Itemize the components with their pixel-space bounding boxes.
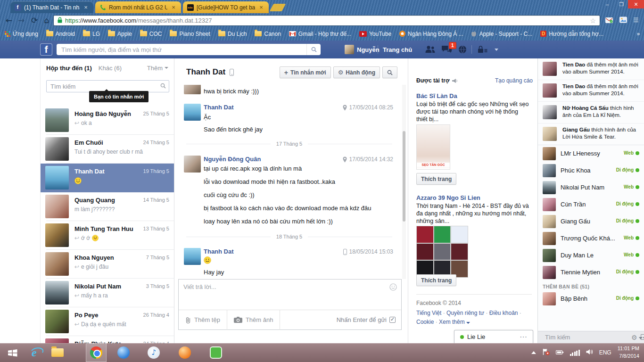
bookmark-apple[interactable]: Apple xyxy=(108,31,132,37)
like-page-button[interactable]: Thích trang xyxy=(416,173,456,185)
search-icon[interactable] xyxy=(160,82,166,90)
scrollbar-thumb[interactable] xyxy=(403,131,405,222)
footer-link[interactable]: Cookie xyxy=(416,319,439,325)
inbox-more-button[interactable]: Thêm xyxy=(147,65,168,72)
chat-friend-row[interactable]: LMr LHenessy Web xyxy=(538,145,644,162)
ticker-name[interactable]: Tien Dao xyxy=(562,62,585,67)
footer-link[interactable]: Xem thêm xyxy=(439,319,465,325)
chat-friend-row[interactable]: Duy Man Le Web xyxy=(538,247,644,264)
facebook-logo[interactable] xyxy=(40,43,52,56)
bookmark-star-icon[interactable] xyxy=(590,17,596,25)
tray-expand-icon[interactable] xyxy=(531,351,536,354)
scrollbar[interactable] xyxy=(402,85,406,279)
browser-tab-xda[interactable]: [Guide]HOW TO get back xyxy=(183,1,269,13)
conversation-row[interactable]: Khoa Nguyen 7 Tháng 5 e giỏi j đâu xyxy=(41,250,174,279)
back-button[interactable] xyxy=(4,15,14,26)
browser-tab-rom[interactable]: Rom mới nhất LG G2 Upd xyxy=(95,1,181,13)
ticker-name[interactable]: Tien Dao xyxy=(562,83,585,89)
browser-tab-facebook[interactable]: (1) Thanh Dat - Tin nhắn xyxy=(10,1,93,13)
emoticon-picker-icon[interactable] xyxy=(389,283,397,293)
taskbar-explorer-icon[interactable] xyxy=(48,343,67,362)
chat-friend-row[interactable]: Bập Bênh Di động xyxy=(538,290,644,307)
tab-close-icon[interactable] xyxy=(83,4,89,11)
bookmarks-overflow-icon[interactable] xyxy=(636,30,640,37)
conversation-row[interactable]: Po Peye 26 Tháng 4 Dạ dạ e quên mất xyxy=(41,307,174,336)
conversation-row[interactable]: Em Chuối 24 Tháng 5 Tui t đi ahoy beer c… xyxy=(41,135,174,164)
tab-other[interactable]: Khác (6) xyxy=(99,65,122,72)
network-flag-icon[interactable] xyxy=(542,348,550,357)
ticker-item[interactable]: Tien Dao đã thêm một ảnh mới vào album S… xyxy=(538,80,644,102)
chat-search-button[interactable] xyxy=(382,66,397,78)
ticker-item[interactable]: Tien Dao đã thêm một ảnh mới vào album S… xyxy=(538,58,644,80)
friend-requests-icon[interactable] xyxy=(425,45,436,53)
conversation-row[interactable]: Quang Quang 14 Tháng 5 m làm j??????? xyxy=(41,192,174,221)
taskbar-green-app-icon[interactable] xyxy=(206,343,225,362)
start-button[interactable] xyxy=(0,343,25,362)
taskbar-blue-app-icon[interactable] xyxy=(114,343,133,362)
create-ad-link[interactable]: Tạo quảng cáo xyxy=(495,77,533,84)
new-tab-button[interactable] xyxy=(270,4,286,11)
chat-friend-row[interactable]: Nikolai Put Nam Web xyxy=(538,179,644,196)
privacy-shortcuts-icon[interactable] xyxy=(478,45,488,53)
clock[interactable]: 11:01 PM 7/8/2014 xyxy=(618,345,639,360)
chat-friend-row[interactable]: Giang Gấu Di động xyxy=(538,213,644,230)
conversation-row[interactable]: Minh Tung Tran Huu 13 Tháng 5 ớ ớ xyxy=(41,221,174,250)
chat-friend-row[interactable]: Phúc Khoa Di động xyxy=(538,162,644,179)
ellipsis-icon[interactable] xyxy=(520,332,527,341)
attach-file-button[interactable]: Thêm tệp xyxy=(179,310,227,330)
home-link[interactable]: Trang chủ xyxy=(383,46,412,53)
enter-to-send-toggle[interactable]: Nhấn Enter để gửi xyxy=(337,316,401,323)
battery-icon[interactable] xyxy=(556,348,564,357)
notifications-globe-icon[interactable] xyxy=(458,45,467,54)
taskbar-itunes-icon[interactable]: ♪ xyxy=(144,343,163,362)
language-indicator[interactable]: ENG xyxy=(599,349,611,356)
ad-product-grid[interactable] xyxy=(416,226,468,278)
ticker-name[interactable]: Giang Gấu xyxy=(562,127,590,132)
checkbox-checked-icon[interactable] xyxy=(389,317,396,323)
ad-image[interactable]: SẸO TÂN GỐC xyxy=(416,124,450,170)
ticker-item[interactable]: Nữ Hoàng Cá Sấu thích hình ảnh của Em Là… xyxy=(538,102,644,123)
reload-button[interactable] xyxy=(29,15,40,26)
taskbar-ie-icon[interactable]: e xyxy=(27,343,46,362)
footer-link[interactable]: Điều khoản xyxy=(489,310,521,316)
chat-options-gear-icon[interactable] xyxy=(631,333,637,342)
address-bar[interactable]: https ://www.facebook.com /messages/than… xyxy=(53,15,600,26)
message-sender-link[interactable]: Thanh Dat xyxy=(204,104,234,111)
tab-close-icon[interactable] xyxy=(170,4,177,11)
ad-title-link[interactable]: Azzaro 39 Ngo Si Lien xyxy=(416,194,480,201)
photos-extension-icon[interactable] xyxy=(619,16,627,25)
actions-button[interactable]: Hành động xyxy=(333,66,380,78)
tab-close-icon[interactable] xyxy=(258,4,264,11)
bookmark-apps[interactable]: Ứng dụng xyxy=(5,31,38,37)
bookmark-dongabank[interactable]: Ngân Hàng Đông Á ... xyxy=(399,31,463,37)
profile-avatar[interactable] xyxy=(345,45,354,54)
bookmark-coc[interactable]: COC xyxy=(140,31,162,37)
bookmark-android[interactable]: Android xyxy=(46,31,75,37)
profile-name-link[interactable]: Nguyễn xyxy=(357,46,380,53)
footer-link[interactable]: Tiếng Việt xyxy=(416,310,446,316)
chat-friend-row[interactable]: Cún Trần Di động xyxy=(538,196,644,213)
chat-sidebar-search-input[interactable] xyxy=(545,334,628,341)
conversation-row[interactable]: Diễm Phúc Kute 24 Tháng 4 xyxy=(41,336,174,343)
conversation-row-selected[interactable]: Thanh Dat 19 Tháng 5 xyxy=(41,164,174,192)
add-photo-button[interactable]: Thêm ảnh xyxy=(227,310,281,330)
account-menu-caret-icon[interactable] xyxy=(495,49,498,51)
inbox-search-input[interactable] xyxy=(47,83,160,90)
window-maximize-button[interactable]: ❐ xyxy=(615,0,628,8)
bookmark-apple-support[interactable]: Apple - Support - C... xyxy=(471,31,532,37)
ticker-item[interactable]: Giang Gấu thích hình ảnh của Lời Hứa Smi… xyxy=(538,123,644,145)
taskbar-orange-app-icon[interactable] xyxy=(175,343,194,362)
search-button[interactable] xyxy=(306,44,321,55)
chat-friend-row[interactable]: Tiennie Mytien Di động xyxy=(538,264,644,281)
signal-bars-icon[interactable] xyxy=(570,350,580,356)
chat-sidebar-search[interactable] xyxy=(538,331,644,343)
bookmark-lg[interactable]: LG xyxy=(83,31,100,37)
message-sender-link[interactable]: Nguyễn Đông Quân xyxy=(204,156,261,163)
sidebar-collapse-caret-icon[interactable] xyxy=(639,337,643,339)
bookmark-du-lich[interactable]: Du Lịch xyxy=(218,31,247,37)
footer-link[interactable]: Quyền riêng tư xyxy=(446,310,489,316)
bookmark-canon[interactable]: Canon xyxy=(255,31,281,37)
forward-button[interactable] xyxy=(16,15,26,26)
new-message-button[interactable]: Tin nhắn mới xyxy=(280,66,331,78)
message-history[interactable]: hwa bị brick máy :))) Thanh Dat 17/05/20… xyxy=(174,85,408,279)
